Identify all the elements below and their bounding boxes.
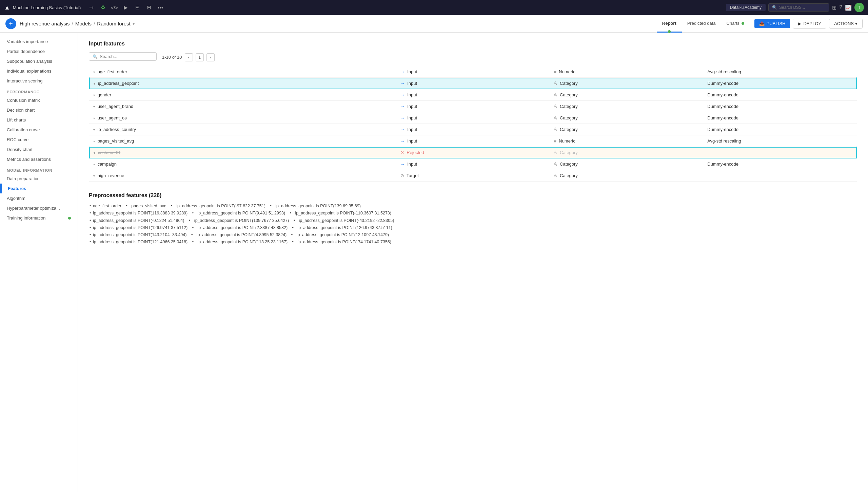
input-arrow-icon: → — [400, 81, 405, 86]
sidebar-item-calibration-curve[interactable]: Calibration curve — [0, 125, 78, 135]
tab-charts[interactable]: Charts — [721, 15, 750, 33]
numeric-icon: # — [554, 69, 556, 74]
row-collapse-icon[interactable]: ▾ — [93, 163, 95, 166]
sidebar-item-confusion-matrix[interactable]: Confusion matrix — [0, 95, 78, 105]
chart-icon[interactable]: 📈 — [845, 4, 852, 11]
academy-label[interactable]: Dataiku Academy — [726, 4, 766, 11]
sidebar-item-hyperparameter[interactable]: Hyperparameter optimiza... — [0, 203, 78, 213]
feature-role: → Input — [396, 101, 550, 112]
sidebar-item-algorithm[interactable]: Algorithm — [0, 193, 78, 203]
table-row[interactable]: ▾ ip_address_country → Input 𝔸 Category … — [89, 124, 857, 135]
feature-name: ▾ pages_visited_avg — [89, 135, 396, 147]
publish-button[interactable]: 📤 PUBLISH — [754, 19, 790, 28]
sidebar-item-training-information[interactable]: Training information — [0, 213, 78, 223]
content-area: Input features 🔍 1-10 of 10 ‹ 1 › — [78, 33, 868, 492]
feature-name: ▾ age_first_order — [89, 66, 396, 78]
sidebar-item-density-chart[interactable]: Density chart — [0, 145, 78, 154]
feature-transform: Avg-std rescaling — [703, 66, 857, 78]
arrow-icon[interactable]: ⇒ — [86, 2, 96, 13]
search-bar[interactable]: 🔍 — [768, 3, 829, 12]
feature-name: ▾ high_revenue — [89, 170, 396, 182]
breadcrumb-sep1: / — [72, 21, 73, 26]
pagination-next-button[interactable]: › — [206, 53, 215, 61]
tab-report[interactable]: Report — [657, 15, 682, 33]
breadcrumb-dropdown-icon[interactable]: ▼ — [132, 22, 136, 26]
rejected-x-icon: ✕ — [400, 150, 404, 155]
sidebar-item-roc-curve[interactable]: ROC curve — [0, 135, 78, 145]
code-icon[interactable]: </> — [109, 2, 119, 13]
table-row[interactable]: ▾ gender → Input 𝔸 Category Dummy-encode — [89, 89, 857, 101]
sidebar-item-metrics-assertions[interactable]: Metrics and assertions — [0, 154, 78, 164]
pagination-prev-button[interactable]: ‹ — [185, 53, 193, 61]
help-icon[interactable]: ? — [839, 4, 842, 11]
table-row[interactable]: ▾ high_revenue ⊙ Target 𝔸 Category — [89, 170, 857, 182]
tab-predicted-data[interactable]: Predicted data — [682, 15, 721, 33]
sidebar-item-features[interactable]: Features — [0, 184, 78, 193]
actions-chevron-icon: ▾ — [855, 21, 857, 26]
numeric-icon: # — [554, 138, 556, 144]
search-input[interactable] — [779, 5, 823, 10]
topbar-right: ⊞ ? 📈 T — [832, 3, 864, 12]
input-arrow-icon: → — [400, 69, 405, 74]
deploy-button[interactable]: ▶ DEPLOY — [793, 19, 826, 29]
breadcrumb-home[interactable]: High revenue analysis — [20, 21, 70, 26]
feature-name: ▾ customerID — [89, 147, 396, 158]
sidebar-item-individual-explanations[interactable]: Individual explanations — [0, 66, 78, 76]
sidebar-performance-section: PERFORMANCE — [0, 86, 78, 95]
table-row[interactable]: ▾ ip_address_geopoint → Input 𝔸 Category… — [89, 78, 857, 89]
row-collapse-icon[interactable]: ▾ — [93, 116, 95, 120]
target-icon: ⊙ — [400, 173, 404, 178]
row-collapse-icon[interactable]: ▾ — [93, 93, 95, 97]
row-collapse-icon[interactable]: ▾ — [94, 151, 95, 155]
breadcrumb-models[interactable]: Models — [75, 21, 92, 26]
sidebar-item-subpopulation-analysis[interactable]: Subpopulation analysis — [0, 56, 78, 66]
table-row[interactable]: ▾ campaign → Input 𝔸 Category Dummy-enco… — [89, 158, 857, 170]
layers-icon[interactable]: ⊟ — [132, 2, 142, 13]
sidebar-item-variables-importance[interactable]: Variables importance — [0, 37, 78, 46]
more-icon[interactable]: ••• — [155, 2, 165, 13]
row-collapse-icon[interactable]: ▾ — [93, 174, 95, 178]
feature-transform — [703, 170, 857, 182]
actions-button[interactable]: ACTIONS ▾ — [829, 19, 863, 29]
search-left: 🔍 1-10 of 10 ‹ 1 › — [89, 52, 215, 62]
avatar[interactable]: T — [854, 3, 864, 12]
recycle-icon[interactable]: ♻ — [98, 2, 108, 13]
feature-search-bar[interactable]: 🔍 — [89, 52, 157, 61]
row-collapse-icon[interactable]: ▾ — [93, 139, 95, 143]
category-icon: 𝔸 — [554, 104, 557, 109]
sidebar-item-partial-dependence[interactable]: Partial dependence — [0, 46, 78, 56]
table-row[interactable]: ▾ age_first_order → Input # Numeric Avg-… — [89, 66, 857, 78]
feature-search-input[interactable] — [100, 54, 144, 59]
table-row[interactable]: ▾ customerID ✕ Rejected 𝔸 Category — [89, 147, 857, 158]
category-icon: 𝔸 — [554, 92, 557, 97]
sidebar: Variables importance Partial dependence … — [0, 33, 78, 492]
feature-transform: Dummy-encode — [703, 158, 857, 170]
table-row[interactable]: ▾ user_agent_os → Input 𝔸 Category Dummy… — [89, 112, 857, 124]
category-icon: 𝔸 — [554, 115, 557, 120]
input-arrow-icon: → — [400, 104, 405, 109]
row-collapse-icon[interactable]: ▾ — [94, 82, 95, 86]
sidebar-item-decision-chart[interactable]: Decision chart — [0, 105, 78, 115]
sidebar-item-lift-charts[interactable]: Lift charts — [0, 115, 78, 125]
pagination-page: 1 — [196, 53, 204, 61]
tab-charts-dot — [742, 22, 744, 25]
publish-icon: 📤 — [759, 21, 765, 26]
sidebar-item-data-preparation[interactable]: Data preparation — [0, 174, 78, 184]
breadcrumb-current: Random forest ▼ — [97, 21, 135, 26]
feature-name: ▾ gender — [89, 89, 396, 101]
feature-role: ✕ Rejected — [396, 147, 550, 158]
grid-icon[interactable]: ⊞ — [144, 2, 154, 13]
input-arrow-icon: → — [400, 138, 405, 144]
play-icon[interactable]: ▶ — [121, 2, 131, 13]
apps-icon[interactable]: ⊞ — [832, 4, 836, 11]
category-icon: 𝔸 — [554, 127, 557, 132]
row-collapse-icon[interactable]: ▾ — [93, 105, 95, 109]
sidebar-item-interactive-scoring[interactable]: Interactive scoring — [0, 76, 78, 86]
table-row[interactable]: ▾ pages_visited_avg → Input # Numeric Av… — [89, 135, 857, 147]
feature-role: → Input — [396, 89, 550, 101]
row-collapse-icon[interactable]: ▾ — [93, 70, 95, 74]
feature-name: ▾ user_agent_os — [89, 112, 396, 124]
table-row[interactable]: ▾ user_agent_brand → Input 𝔸 Category Du… — [89, 101, 857, 112]
input-arrow-icon: → — [400, 162, 405, 167]
row-collapse-icon[interactable]: ▾ — [93, 128, 95, 132]
